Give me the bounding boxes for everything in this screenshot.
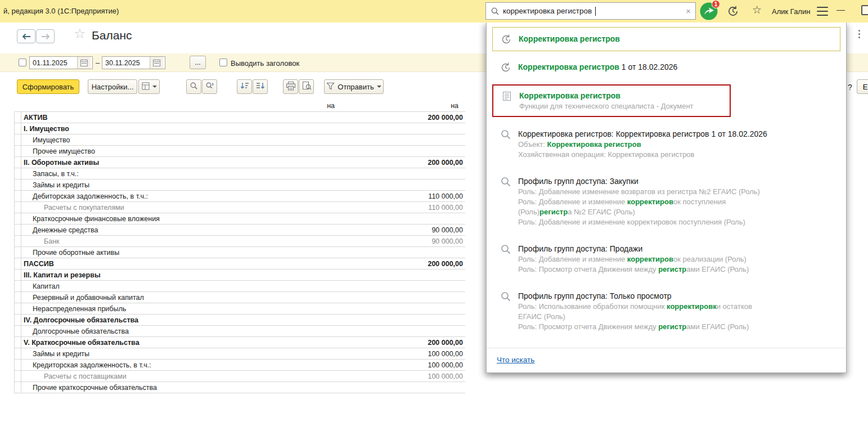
help-button[interactable]: ? [848,83,852,92]
show-header-checkbox[interactable] [219,59,227,66]
what-to-search-link[interactable]: Что искать [497,356,534,364]
row-gutter [15,236,21,246]
favorite-star-icon[interactable]: ☆ [74,27,86,41]
row-value-col2: 90 000,00 [337,226,465,234]
table-row[interactable]: V. Краткосрочные обязательства200 000,00 [15,337,465,348]
print-preview-button[interactable] [299,79,314,94]
notification-badge: 1 [712,0,720,8]
result-title: Корректировка регистров: Корректировка р… [518,128,767,140]
row-gutter [15,134,21,145]
period-to-input[interactable] [102,57,150,69]
table-row[interactable]: Денежные средства90 000,00 [15,225,465,236]
search-result-item[interactable]: Корректировка регистров 1 от 18.02.2026 [492,57,840,78]
row-label: IV. Долгосрочные обязательства [21,316,210,324]
service-notifications-button[interactable]: 1 [700,2,718,20]
table-row[interactable]: Займы и кредиты [15,179,465,191]
period-checkbox[interactable] [19,59,26,66]
row-gutter [15,213,21,224]
row-label: Долгосрочные обязательства [21,327,210,335]
table-row[interactable]: Прочие оборотные активы [15,247,465,258]
result-subtitle: Роль: Просмотр отчета Движения между рег… [518,322,752,332]
search-dropdown: Корректировка регистровКорректировка рег… [486,22,847,373]
settings-button[interactable]: Настройки... [88,79,137,94]
send-button-label: Отправить [338,83,374,91]
table-row[interactable]: Долгосрочные обязательства [15,326,465,337]
table-row[interactable]: III. Капитал и резервы [15,270,465,281]
search-result-item[interactable]: Профиль групп доступа: Только просмотрРо… [492,286,840,336]
generate-button[interactable]: Сформировать [17,79,79,94]
row-value-col2: 110 000,00 [337,192,465,200]
table-row[interactable]: Дебиторская задолженность, в т.ч.:110 00… [15,191,465,202]
sort-ascending-button[interactable] [237,79,252,94]
table-row[interactable]: IV. Долгосрочные обязательства [15,315,465,326]
row-gutter [15,258,21,269]
table-row[interactable]: Прочие краткосрочные обязательства [15,382,465,393]
window-titlebar: й, редакция 3.0 (1С:Предприятие) коррект… [0,0,868,23]
search-dropdown-footer: Что искать [487,348,846,372]
favorites-icon[interactable]: ☆ [752,5,762,15]
row-label: Кредиторская задолженность, в т.ч.: [21,361,210,369]
table-row[interactable]: Кредиторская задолженность, в т.ч.:100 0… [15,360,465,371]
restore-button[interactable] [861,5,868,15]
table-row[interactable]: Запасы, в т.ч.: [15,168,465,179]
table-row[interactable]: Резервный и добавочный капитал [15,292,465,303]
table-row[interactable]: Займы и кредиты100 000,00 [15,348,465,360]
search-result-item[interactable]: Корректировка регистровФункции для техни… [492,84,731,117]
table-row[interactable]: Капитал [15,281,465,292]
minimize-button[interactable]: — [836,5,845,14]
search-result-item[interactable]: Корректировка регистров [492,27,840,51]
period-from-input[interactable] [30,57,77,69]
table-row[interactable]: Краткосрочные финансовые вложения [15,213,465,225]
table-row[interactable]: АКТИВ200 000,00 [15,112,465,123]
history-icon[interactable] [727,5,739,17]
result-subtitle: Объект: Корректировка регистров [518,140,767,150]
table-row[interactable]: ПАССИВ200 000,00 [15,258,465,270]
search-input[interactable]: корректировка регистров [503,7,592,15]
send-button[interactable]: Отправить [324,79,384,94]
row-gutter [15,337,21,348]
row-value-col2: 110 000,00 [337,204,465,212]
calendar-icon[interactable] [150,57,163,69]
table-row[interactable]: Нераспределенная прибыль [15,303,465,315]
table-row[interactable]: Прочее имущество [15,146,465,157]
more-menu-icon[interactable] [858,30,861,38]
window-title: й, редакция 3.0 (1С:Предприятие) [3,7,119,15]
search-result-item[interactable]: Корректировка регистров: Корректировка р… [492,124,840,164]
print-button[interactable] [283,79,298,94]
period-more-button[interactable]: ... [190,56,206,69]
sort-descending-button[interactable] [253,79,268,94]
find-button[interactable] [186,79,201,94]
table-row[interactable]: II. Оборотные активы200 000,00 [15,157,465,168]
search-icon [491,7,500,16]
table-row[interactable]: Расчеты с поставщиками100 000,00 [15,371,465,382]
result-subtitle: Роль: Добавление и изменение корректиров… [518,254,749,264]
result-subtitle: Роль: Добавление и изменение корректиров… [518,197,760,207]
clear-search-icon[interactable]: × [686,7,691,15]
forward-button[interactable] [36,29,55,43]
find-next-button[interactable] [202,79,217,94]
search-result-item[interactable]: Профиль групп доступа: ПродажиРоль: Доба… [492,239,840,279]
user-name[interactable]: Алик Галин [772,7,810,16]
row-value-col2: 200 000,00 [337,114,465,122]
row-gutter [15,360,21,370]
main-menu-icon[interactable] [817,7,828,16]
row-gutter [15,281,21,291]
row-label: Займы и кредиты [21,350,210,358]
row-gutter [15,123,21,134]
row-gutter [15,270,21,280]
row-label: V. Краткосрочные обязательства [21,339,210,347]
table-row[interactable]: Расчеты с покупателями110 000,00 [15,202,465,213]
table-row[interactable]: Банк90 000,00 [15,236,465,247]
result-subtitle: Функции для технического специалиста - Д… [519,101,694,111]
table-row[interactable]: Имущество [15,134,465,146]
more-commands-button[interactable]: Е [857,79,868,94]
period-from-field[interactable] [29,56,93,69]
back-button[interactable] [17,29,35,43]
report-variant-button[interactable] [138,79,160,94]
calendar-icon[interactable] [77,57,91,69]
period-to-field[interactable] [102,56,165,69]
search-result-item[interactable]: Профиль групп доступа: ЗакупкиРоль: Доба… [492,171,840,232]
global-search-box[interactable]: корректировка регистров × [485,2,696,20]
table-header-row: на на [14,100,465,111]
table-row[interactable]: I. Имущество [15,123,465,134]
